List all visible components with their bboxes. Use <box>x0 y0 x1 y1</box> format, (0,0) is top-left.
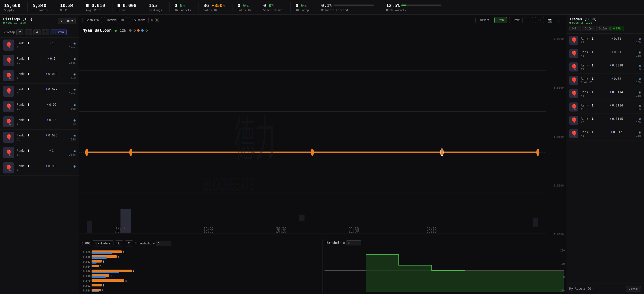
dot-indicator[interactable] <box>151 19 153 21</box>
nft-thumbnail: 🎈 <box>569 102 578 112</box>
time-value: 2mos <box>69 61 76 64</box>
rank-text: Rank: 1 <box>581 117 594 121</box>
rank-text: Rank: 1 <box>17 164 29 168</box>
nft-thumbnail: 🎈 <box>569 49 578 58</box>
listing-item[interactable]: 🎈 Rank: 1 ♦0.099 ◉ #1 2mos <box>0 84 79 99</box>
rank-row: Rank: 1 ♦0.018 ◉ <box>17 72 76 76</box>
trade-info: Rank: 1 ♦0.01 ◉ #1 15h <box>581 50 641 57</box>
threshold-input-right[interactable] <box>346 240 361 245</box>
stat-listings-label: Listings <box>149 9 162 12</box>
by-holders-button[interactable]: By Holders <box>92 240 113 246</box>
tab-spm[interactable]: 0 SPM <box>611 26 624 31</box>
chart-area: Span 12h Interval 15m By Ranks O Outlier… <box>79 15 566 294</box>
listing-item[interactable]: 🎈 Rank: 1 ♦1 ◉ #1 2mos <box>0 38 79 53</box>
stat-cancels-1h: 0 0% 1h Cancels <box>175 0 198 14</box>
wallet-icon: ◉ <box>74 87 76 91</box>
trade-item[interactable]: 🎈 Rank: 1 ♦0.01 ◉ #1 15h <box>566 47 644 60</box>
bar-fill-blue <box>92 262 97 264</box>
sweep-custom-button[interactable]: Custom <box>51 29 66 35</box>
stat-nbcp: 10.34 NBCP <box>60 0 81 14</box>
rank-button[interactable]: ≡ Rank ▾ <box>58 18 76 24</box>
o-button[interactable]: O <box>155 18 159 22</box>
fullscreen-icon[interactable]: ⤢ <box>556 17 562 23</box>
bar-label: 0.014 <box>81 265 91 268</box>
price-row: #1 1d <box>17 123 76 126</box>
bar-track: 3 <box>92 255 320 259</box>
hash-rank: #1 <box>17 153 20 157</box>
bar-chart: 0.008 4 0.010 3 0.012 1 0.014 1 0.016 <box>79 248 322 294</box>
divider-7 <box>198 2 198 12</box>
path-button[interactable]: Path <box>494 17 507 23</box>
rank-text: Rank: 1 <box>17 42 29 45</box>
price-row: #1 16d <box>17 77 76 80</box>
sweep-num-4[interactable]: 4 <box>33 29 41 35</box>
bar-track: 2 <box>92 284 320 288</box>
panel-left-toolbar: 0.001 By Holders L C Threshold ≡ <box>79 239 322 248</box>
wallet-icon: ◉ <box>639 117 641 121</box>
tab-5m[interactable]: 0 5m <box>569 26 581 31</box>
listing-item[interactable]: 🎈 Rank: 1 ♦0.985 ◉ #1 <box>0 160 79 176</box>
listing-item[interactable]: 🎈 Rank: 1 ♦0.5 ◉ #1 2mos <box>0 53 79 68</box>
sweep-num-5[interactable]: 5 <box>42 29 49 35</box>
bar-fill-blue <box>92 291 99 292</box>
bar-label: 0.012 <box>81 261 91 263</box>
bar-track: 1 <box>92 260 320 264</box>
bar-label: 0.008 <box>81 251 91 254</box>
stat-listings-value: 155 <box>149 3 162 8</box>
interval-button[interactable]: Interval 15m <box>104 17 127 23</box>
span-button[interactable]: Span 12h <box>83 17 102 23</box>
bar-row: 0.010 3 <box>81 255 320 259</box>
stat-sales-10m: 0 0% Sales 10 min <box>263 0 290 14</box>
nft-thumbnail: 🎈 <box>3 101 14 112</box>
tab-10m[interactable]: 0 10m <box>582 26 595 31</box>
trade-rank-row: Rank: 1 ♦0.0114 ◉ <box>581 90 641 94</box>
trade-item[interactable]: 🎈 Rank: 1 ♦0.0114 ◉ #6 15h <box>566 100 644 114</box>
stat-sweep-1h: 0 0% 1H Sweep <box>296 0 316 14</box>
stat-sales-1d-label: Sales 1D <box>204 9 225 12</box>
trade-item[interactable]: 🎈 Rank: 1 ♦0.02 ◉ 2 of #1 15h <box>566 74 644 87</box>
nft-thumbnail: 🎈 <box>569 36 578 45</box>
draw-button[interactable]: Draw <box>509 17 523 23</box>
rank-text: Rank: 1 <box>17 103 29 106</box>
outliers-button[interactable]: Outliers <box>475 17 492 23</box>
sweep-num-2[interactable]: 2 <box>16 29 23 35</box>
camera-icon[interactable]: 📷 <box>546 17 554 23</box>
threshold-icon-left: ≡ <box>153 242 154 245</box>
trade-item[interactable]: 🎈 Rank: 1 ♦0.0115 ◉ #6 15h <box>566 114 644 127</box>
trade-hash: #6 <box>581 107 584 111</box>
trade-time: 15h <box>636 41 641 44</box>
l-button[interactable]: L <box>115 240 123 246</box>
svg-point-5 <box>85 149 88 156</box>
listing-item[interactable]: 🎈 Rank: 1 ♦0.15 ◉ #1 1d <box>0 114 79 130</box>
sweep-num-3[interactable]: 3 <box>25 29 32 35</box>
nft-thumbnail: 🎈 <box>569 89 578 98</box>
bar-fill-blue <box>92 272 119 273</box>
metadata-progress-bar <box>334 5 374 6</box>
svg-point-6 <box>129 149 132 156</box>
listing-item[interactable]: 🎈 Rank: 1 ♦0.026 ◉ #1 25d <box>0 130 79 145</box>
trade-item[interactable]: 🎈 Rank: 1 ♦0.01 ◉ #1 15h <box>566 34 644 47</box>
stat-avg-mint-value: ≡ 0.010 <box>86 3 105 8</box>
trade-item[interactable]: 🎈 Rank: 1 ♦0.0114 ◉ #6 15h <box>566 87 644 100</box>
view-all-button[interactable]: View all <box>626 286 641 291</box>
nft-thumbnail: 🎈 <box>3 162 14 173</box>
price-row: #1 2mos <box>17 46 76 49</box>
listing-item[interactable]: 🎈 Rank: 1 ♦0.02 ◉ #1 10d <box>0 99 79 114</box>
threshold-input-left[interactable] <box>156 241 171 246</box>
svg-text:21:50: 21:50 <box>349 226 359 235</box>
by-ranks-button[interactable]: By Ranks <box>129 17 148 23</box>
stat-sales-1h-value: 0 0% <box>237 3 251 8</box>
wallet-icon: ◉ <box>74 72 76 76</box>
c-button[interactable]: C <box>535 17 544 23</box>
listing-item[interactable]: 🎈 Rank: 1 ♦1 ◉ #1 2mos <box>0 145 79 160</box>
listing-info: Rank: 1 ♦0.15 ◉ #1 1d <box>17 118 76 126</box>
bottom-right-panel: Threshold ≡ 180 <box>323 239 566 294</box>
tab-15m[interactable]: 0 15m <box>596 26 610 31</box>
trade-item[interactable]: 🎈 Rank: 1 ♦0.0098 ◉ #1 15h <box>566 60 644 74</box>
t-button[interactable]: T <box>525 17 533 23</box>
listing-item[interactable]: 🎈 Rank: 1 ♦0.018 ◉ #1 16d <box>0 68 79 84</box>
c-button-left[interactable]: C <box>125 240 134 246</box>
trade-item[interactable]: 🎈 Rank: 1 ♦0.012 ◉ #1 15h <box>566 127 644 140</box>
svg-text:Apr 4: Apr 4 <box>115 226 126 235</box>
bar-row: 0.008 4 <box>81 250 320 254</box>
